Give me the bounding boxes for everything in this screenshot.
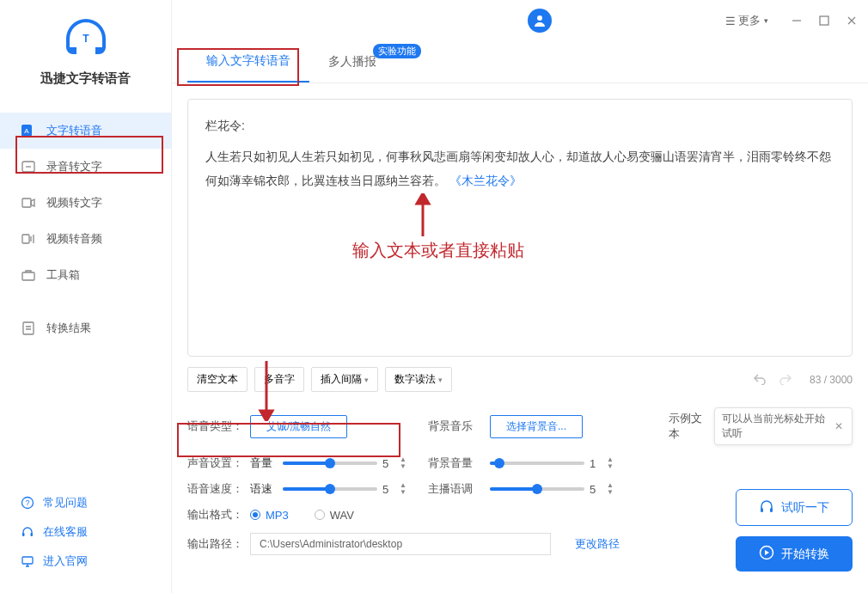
close-button[interactable] <box>846 15 858 27</box>
svg-rect-6 <box>22 235 29 243</box>
tabs: 输入文字转语音 多人播报 实验功能 <box>172 41 868 83</box>
change-path-link[interactable]: 更改路径 <box>575 536 620 552</box>
headset-icon <box>21 525 34 539</box>
volume-label: 音量 <box>250 455 272 471</box>
path-label: 输出路径： <box>187 536 243 552</box>
volume-slider[interactable]: 5 ▲▼ <box>283 456 406 470</box>
volume-value: 5 <box>382 457 393 470</box>
sidebar: T 迅捷文字转语音 A 文字转语音 录音转文字 视频转文字 视频转音频 工具箱 … <box>0 0 172 593</box>
bg-music-select[interactable]: 选择背景音... <box>490 415 583 438</box>
speed-row-label: 语音速度： <box>187 481 243 497</box>
svg-text:?: ? <box>25 498 29 507</box>
bottom-label: 常见问题 <box>43 495 88 510</box>
svg-rect-15 <box>820 16 828 25</box>
nav-label: 视频转文字 <box>46 195 102 211</box>
chevron-down-icon: ▾ <box>764 16 768 25</box>
sample-label: 示例文本 <box>669 411 707 442</box>
tab-label: 输入文字转语音 <box>206 53 290 67</box>
avatar[interactable] <box>528 9 552 33</box>
listen-button[interactable]: 试听一下 <box>736 489 853 526</box>
speed-slider[interactable]: 5 ▲▼ <box>283 482 406 496</box>
radio-icon <box>315 510 325 520</box>
app-logo-icon: T <box>64 17 107 60</box>
headphone-icon <box>759 498 774 517</box>
tab-label: 多人播报 <box>328 54 376 68</box>
support-link[interactable]: 在线客服 <box>0 517 171 547</box>
char-count: 83 / 3000 <box>810 374 853 386</box>
tab-input-text[interactable]: 输入文字转语音 <box>187 41 309 83</box>
tone-slider[interactable]: 5 ▲▼ <box>490 482 614 496</box>
nav-label: 工具箱 <box>46 267 80 283</box>
video-to-text-icon <box>21 195 36 211</box>
insert-gap-button[interactable]: 插入间隔▾ <box>311 367 378 392</box>
text-input-area[interactable]: 栏花令: 人生若只如初见人生若只如初见，何事秋风悲画扇等闲变却故人心，却道故人心… <box>187 99 853 357</box>
start-convert-button[interactable]: 开始转换 <box>736 536 853 572</box>
text-to-speech-icon: A <box>21 123 36 138</box>
toolbox-icon <box>21 267 36 283</box>
number-read-button[interactable]: 数字读法▾ <box>385 367 452 392</box>
radio-icon <box>250 510 260 520</box>
svg-text:T: T <box>83 33 89 45</box>
svg-rect-5 <box>22 199 31 207</box>
editor-toolbar: 清空文本 多音字 插入间隔▾ 数字读法▾ 83 / 3000 <box>187 367 853 392</box>
nav-label: 转换结果 <box>46 321 91 336</box>
nav-results[interactable]: 转换结果 <box>0 310 171 346</box>
poem-link[interactable]: 《木兰花令》 <box>449 174 522 187</box>
tab-multi-voice[interactable]: 多人播报 实验功能 <box>309 42 395 82</box>
nav-video-to-audio[interactable]: 视频转音频 <box>0 221 171 257</box>
svg-rect-16 <box>761 508 763 512</box>
sound-settings-label: 声音设置： <box>187 455 243 471</box>
svg-rect-11 <box>22 533 25 536</box>
voice-type-select[interactable]: 艾诚/流畅自然 <box>250 415 347 438</box>
results-icon <box>21 321 36 336</box>
nav-label: 视频转音频 <box>46 231 102 247</box>
format-wav-radio[interactable]: WAV <box>315 509 354 522</box>
redo-button[interactable] <box>779 371 792 388</box>
voice-type-label: 语音类型： <box>187 419 243 434</box>
bottom-label: 进入官网 <box>43 553 88 569</box>
titlebar: ☰ 更多 ▾ <box>172 0 868 41</box>
audio-to-text-icon <box>21 159 36 174</box>
radio-label: MP3 <box>266 509 289 522</box>
minimize-button[interactable] <box>791 15 803 27</box>
chevron-down-icon: ▾ <box>438 376 443 384</box>
maximize-button[interactable] <box>818 15 830 27</box>
chevron-down-icon: ▾ <box>364 376 369 384</box>
svg-text:A: A <box>24 127 29 135</box>
close-tip-button[interactable]: ✕ <box>833 420 845 432</box>
logo-block: T 迅捷文字转语音 <box>0 17 171 87</box>
format-label: 输出格式： <box>187 507 243 523</box>
bg-volume-slider[interactable]: 1 ▲▼ <box>490 456 614 470</box>
text-title: 栏花令: <box>205 113 834 138</box>
tab-badge: 实验功能 <box>373 44 421 58</box>
faq-link[interactable]: ? 常见问题 <box>0 488 171 517</box>
bg-volume-label: 背景音量 <box>428 455 483 471</box>
format-mp3-radio[interactable]: MP3 <box>250 509 289 522</box>
svg-rect-7 <box>22 272 34 280</box>
button-label: 开始转换 <box>781 547 829 562</box>
nav-text-to-speech[interactable]: A 文字转语音 <box>0 113 171 149</box>
clear-text-button[interactable]: 清空文本 <box>187 367 248 392</box>
output-path-input[interactable] <box>250 533 551 555</box>
bg-volume-value: 1 <box>590 457 600 470</box>
svg-point-14 <box>537 15 542 21</box>
nav-audio-to-text[interactable]: 录音转文字 <box>0 149 171 185</box>
nav-toolbox[interactable]: 工具箱 <box>0 257 171 293</box>
bottom-label: 在线客服 <box>43 524 88 540</box>
svg-rect-8 <box>23 322 34 334</box>
more-label: 更多 <box>738 13 761 28</box>
hamburger-icon: ☰ <box>725 15 735 28</box>
video-to-audio-icon <box>21 231 36 247</box>
question-icon: ? <box>21 496 34 510</box>
website-link[interactable]: 进入官网 <box>0 547 171 576</box>
play-icon <box>759 545 774 563</box>
more-button[interactable]: ☰ 更多 ▾ <box>725 13 768 28</box>
bg-music-label: 背景音乐 <box>428 419 483 434</box>
speed-value: 5 <box>382 483 393 496</box>
undo-button[interactable] <box>753 371 767 388</box>
svg-rect-13 <box>22 557 33 564</box>
nav-video-to-text[interactable]: 视频转文字 <box>0 185 171 221</box>
polyphonic-button[interactable]: 多音字 <box>254 367 304 392</box>
sample-tooltip: 可以从当前光标处开始试听 ✕ <box>714 407 853 445</box>
nav-label: 录音转文字 <box>46 159 102 174</box>
